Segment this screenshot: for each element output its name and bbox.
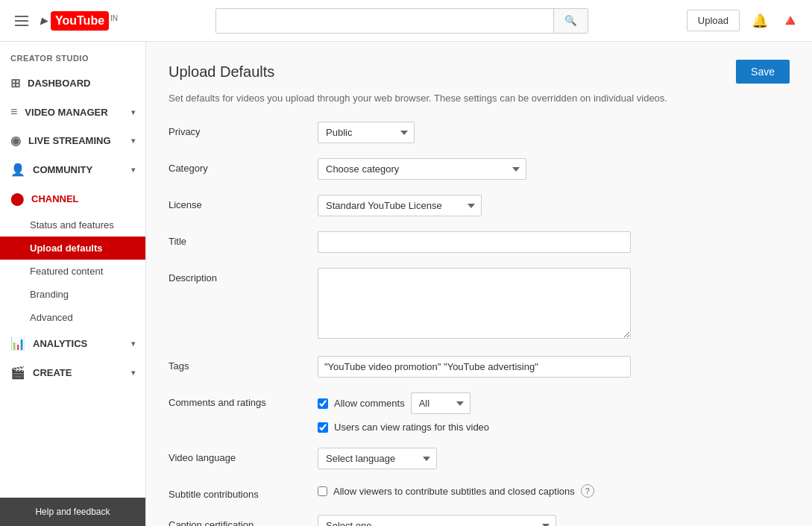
subtitle-text: Allow viewers to contribute subtitles an… [333,486,575,497]
tags-label: Tags [169,356,318,372]
language-control: Select language English Hindi Spanish [318,448,790,469]
subtitle-control: Allow viewers to contribute subtitles an… [318,484,790,498]
search-button[interactable]: 🔍 [553,9,588,33]
yt-logo-red: YouTube [51,11,109,31]
comments-row: Comments and ratings Allow comments All … [169,392,790,433]
hamburger-menu[interactable] [12,13,31,29]
page-title: Upload Defaults [169,63,274,81]
subtitle-row: Subtitle contributions Allow viewers to … [169,484,790,500]
youtube-logo: ▶ YouTube IN [40,11,118,31]
channel-subnav: Status and features Upload defaults Feat… [0,213,145,329]
license-select[interactable]: Standard YouTube License Creative Common… [318,195,482,216]
video-manager-arrow-icon: ▾ [131,108,135,116]
subtitle-help-icon[interactable]: ? [581,484,594,498]
privacy-row: Privacy Public Unlisted Private [169,122,790,143]
live-streaming-arrow-icon: ▾ [131,137,135,145]
main-layout: CREATOR STUDIO ⊞ DASHBOARD ≡ VIDEO MANAG… [0,42,812,526]
subnav-item-advanced[interactable]: Advanced [0,306,145,329]
caption-cert-control: Select one This content has never aired … [318,515,790,526]
topnav-left: ▶ YouTube IN [12,11,118,31]
ratings-checkbox[interactable] [318,422,328,433]
sidebar-item-label-community: COMMUNITY [33,164,131,175]
sidebar-item-video-manager[interactable]: ≡ VIDEO MANAGER ▾ [0,98,145,126]
privacy-control: Public Unlisted Private [318,122,790,143]
license-row: License Standard YouTube License Creativ… [169,195,790,216]
license-label: License [169,195,318,210]
subtitle-checkbox[interactable] [318,486,327,496]
description-control [318,268,790,341]
title-control [318,231,790,253]
tags-input[interactable] [318,356,631,378]
sidebar: CREATOR STUDIO ⊞ DASHBOARD ≡ VIDEO MANAG… [0,42,146,526]
category-control: Choose category Film & Animation Music S… [318,158,790,180]
subnav-item-status[interactable]: Status and features [0,213,145,237]
sidebar-item-dashboard[interactable]: ⊞ DASHBOARD [0,69,145,98]
sidebar-item-create[interactable]: 🎬 CREATE ▾ [0,358,145,387]
subtitle-label: Subtitle contributions [169,484,318,500]
allow-comments-checkbox[interactable] [318,398,328,409]
page-header: Upload Defaults Save [169,60,790,84]
sidebar-item-analytics[interactable]: 📊 ANALYTICS ▾ [0,329,145,358]
user-avatar[interactable]: 🔺 [780,11,800,31]
live-streaming-icon: ◉ [10,134,21,148]
yt-logo-country: IN [110,14,118,22]
create-icon: 🎬 [10,366,25,380]
sidebar-item-label-video-manager: VIDEO MANAGER [25,107,131,118]
community-icon: 👤 [10,163,25,177]
help-feedback-button[interactable]: Help and feedback [0,498,145,526]
analytics-arrow-icon: ▾ [131,339,135,348]
sidebar-item-community[interactable]: 👤 COMMUNITY ▾ [0,155,145,184]
ratings-text: Users can view ratings for this video [334,422,489,433]
sidebar-item-live-streaming[interactable]: ◉ LIVE STREAMING ▾ [0,126,145,155]
video-manager-icon: ≡ [10,105,17,119]
license-control: Standard YouTube License Creative Common… [318,195,790,216]
title-input[interactable] [318,231,631,253]
description-label: Description [169,268,318,284]
tags-row: Tags [169,356,790,378]
dashboard-icon: ⊞ [10,76,20,90]
title-row: Title [169,231,790,253]
sidebar-item-label-live-streaming: LIVE STREAMING [28,135,131,146]
content-area: Upload Defaults Save Set defaults for vi… [146,42,812,526]
notification-bell-icon[interactable]: 🔔 [752,13,768,29]
community-arrow-icon: ▾ [131,166,135,174]
search-input[interactable] [216,9,553,33]
language-select[interactable]: Select language English Hindi Spanish [318,448,437,469]
description-row: Description [169,268,790,341]
category-select[interactable]: Choose category Film & Animation Music S… [318,158,526,180]
subnav-item-branding[interactable]: Branding [0,283,145,306]
comments-label: Comments and ratings [169,392,318,408]
analytics-icon: 📊 [10,336,25,351]
subnav-item-featured[interactable]: Featured content [0,260,145,283]
sidebar-item-channel[interactable]: ⬤ CHANNEL [0,184,145,213]
topnav: ▶ YouTube IN 🔍 Upload 🔔 🔺 [0,0,812,42]
caption-cert-row: Caption certification Select one This co… [169,515,790,526]
caption-cert-select[interactable]: Select one This content has never aired … [318,515,556,526]
allow-comments-text: Allow comments [334,398,405,409]
page-description: Set defaults for videos you upload throu… [169,93,790,104]
title-label: Title [169,231,318,247]
upload-button[interactable]: Upload [687,10,740,31]
sidebar-item-label-create: CREATE [33,367,131,378]
search-area: 🔍 [118,8,687,34]
subtitle-checkbox-row: Allow viewers to contribute subtitles an… [318,484,790,498]
tags-control [318,356,790,378]
create-arrow-icon: ▾ [131,369,135,377]
ratings-row: Users can view ratings for this video [318,422,790,433]
topnav-right: Upload 🔔 🔺 [687,10,800,31]
sidebar-item-label-analytics: ANALYTICS [33,338,131,349]
privacy-select[interactable]: Public Unlisted Private [318,122,415,143]
category-label: Category [169,158,318,174]
language-label: Video language [169,448,318,463]
sidebar-item-label-channel: CHANNEL [31,193,135,204]
subnav-item-upload-defaults[interactable]: Upload defaults [0,237,145,260]
creator-studio-label: CREATOR STUDIO [0,42,145,69]
save-button[interactable]: Save [736,60,790,84]
description-textarea[interactable] [318,268,631,339]
language-row: Video language Select language English H… [169,448,790,469]
comments-type-select[interactable]: All Approved None [411,392,470,414]
search-box: 🔍 [215,8,588,34]
allow-comments-row: Allow comments All Approved None [318,392,790,414]
search-icon: 🔍 [564,15,577,26]
comments-control: Allow comments All Approved None Users c… [318,392,790,433]
